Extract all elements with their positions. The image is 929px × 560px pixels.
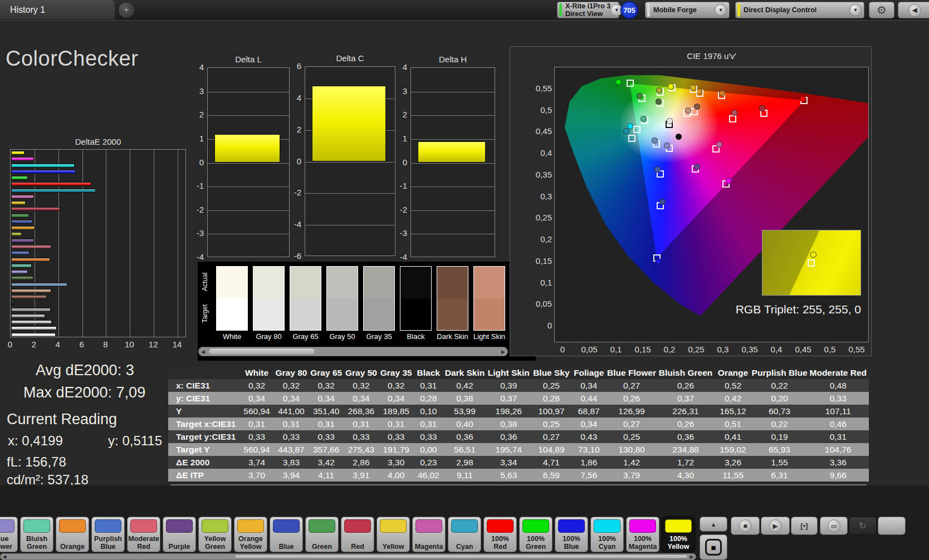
table-cell: 0,31 [274,417,309,430]
delta-chart-title: Delta H [410,55,495,64]
table-row-label: x: CIE31 [168,379,239,392]
scroll-left-icon[interactable]: ◀ [199,347,207,356]
patch-button-blue[interactable]: Blue [270,517,303,552]
table-cell: 0,42 [443,379,486,392]
table-row: ΔE ITP3,703,944,113,914,0046,029,115,636… [168,469,869,482]
patch-button-100-blue[interactable]: 100%Blue [555,517,588,552]
cie-measured-point [656,99,662,105]
scroll-right-icon[interactable]: ▶ [499,347,507,356]
swatch-target [327,298,358,330]
axis-tick-label: 4 [393,62,407,72]
patch-button-100-cyan[interactable]: 100%Cyan [590,517,624,552]
target-row-label: Target [201,298,210,330]
cie-target-point [628,135,635,142]
cie-chart-plot[interactable] [554,67,869,342]
axis-tick-label: 0 [287,156,301,166]
table-cell: 165,12 [714,405,751,417]
axis-tick-label: 0,55 [524,83,552,93]
table-cell: 6,59 [531,469,572,482]
table-cell: 275,43 [344,443,379,456]
axis-tick-label: -4 [189,252,204,262]
meter-dropdown[interactable]: X-Rite i1Pro 3 Direct View ▼ [557,2,619,18]
scrollbar-thumb[interactable] [234,554,688,559]
gridline [208,115,289,116]
table-cell: 130,80 [606,443,657,456]
play-button[interactable]: ▶ [761,517,790,535]
patch-button-orange-yellow[interactable]: OrangeYellow [234,517,267,552]
scroll-right-icon[interactable]: ▶ [688,554,696,559]
patch-button-yellow-green[interactable]: YellowGreen [198,517,232,552]
continuous-measure-button[interactable]: ∞ [820,517,848,535]
patch-button-cyan[interactable]: Cyan [448,517,481,552]
patch-list-expand-button[interactable]: ▲ [700,517,727,532]
source-dropdown[interactable]: Mobile Forge ▼ [645,2,730,18]
axis-tick-label: 0,4 [524,148,552,158]
workflow-dropdown[interactable]: Direct Display Control ▼ [735,2,864,18]
swatch-actual [474,267,505,298]
patch-button-100-yellow[interactable]: 100%Yellow [662,517,695,552]
deltae-bar [11,170,76,174]
table-row-label: ΔE ITP [168,469,239,482]
stop-icon: ■ [739,519,752,532]
meter-count-badge: 705 [620,1,638,19]
scrollbar-thumb[interactable] [208,348,315,355]
swatch-actual [400,267,431,298]
table-cell: 0,36 [486,430,531,443]
table-cell: 0,31 [414,379,443,392]
patch-button-purple[interactable]: Purple [163,517,196,552]
settings-button[interactable]: ⚙ [869,2,894,18]
cie-target-point [627,80,634,87]
table-cell: 195,74 [486,443,531,456]
patch-row-scrollbar[interactable]: ◀ ▶ [0,553,696,560]
single-measure-button[interactable]: [▪] [791,517,818,535]
cie-target-point [729,115,736,122]
table-row: Target Y560,94443,87357,66275,43191,790,… [168,443,869,456]
table-cell: 3,91 [344,469,379,482]
patch-button-yellow[interactable]: Yellow [377,517,410,552]
table-cell: 357,66 [309,443,344,456]
patch-button-bluish-green[interactable]: BluishGreen [20,517,53,552]
patch-window-button[interactable]: ■ [700,534,727,560]
add-tab-button[interactable]: + [118,2,135,18]
deltae-bar [11,333,56,337]
patch-color-chip [23,519,50,533]
cie-measured-point [667,118,673,124]
swatch-target [400,298,431,330]
history-tab[interactable]: History 1 [0,0,115,19]
table-cell: 60,73 [752,405,808,417]
axis-tick-label: 0,35 [737,345,762,354]
delta-chart-title: Delta C [305,53,395,63]
refresh-button[interactable]: ↻ [849,517,877,535]
swatch-box [363,266,395,331]
stop-button[interactable]: ■ [731,517,760,535]
patch-label: Purple [163,533,195,551]
patch-button-red[interactable]: Red [341,517,374,552]
patch-button-green[interactable]: Green [305,517,339,552]
table-cell: 234,88 [657,443,715,456]
page-title: ColorChecker [6,47,138,71]
patch-button-100-green[interactable]: 100%Green [519,517,552,552]
axis-tick-label: 0,45 [524,126,552,136]
table-cell: 0,32 [344,379,379,392]
avg-de2000-value: Avg dE2000: 3 [36,362,134,379]
collapse-panel-button[interactable]: ◀ [898,2,929,18]
patch-button-100-red[interactable]: 100%Red [483,517,517,552]
gridline [154,150,154,337]
axis-tick-label: 0,2 [524,234,552,244]
table-column-header: Dark Skin [443,366,486,379]
idle-indicator-button[interactable]: ○ [878,517,906,535]
table-cell: 0,32 [379,379,414,392]
patch-button-100-magenta[interactable]: 100%Magenta [626,517,659,552]
chevron-down-icon[interactable]: ▼ [715,4,727,16]
patch-button-moderate-red[interactable]: ModerateRed [127,517,160,552]
gear-icon: ⚙ [877,3,887,17]
patch-button-orange[interactable]: Orange [56,517,89,552]
scroll-left-icon[interactable]: ◀ [1,554,8,559]
patch-button-magenta[interactable]: Magenta [412,517,446,552]
chevron-down-icon[interactable]: ▼ [849,4,862,16]
swatch-strip-scrollbar[interactable]: ◀ ▶ [198,347,508,356]
table-cell: 0,19 [752,430,808,443]
patch-button-purplish-blue[interactable]: PurplishBlue [91,517,125,552]
table-cell: 4,11 [309,469,344,482]
patch-button-blue-flower[interactable]: BlueFlower [0,517,18,552]
